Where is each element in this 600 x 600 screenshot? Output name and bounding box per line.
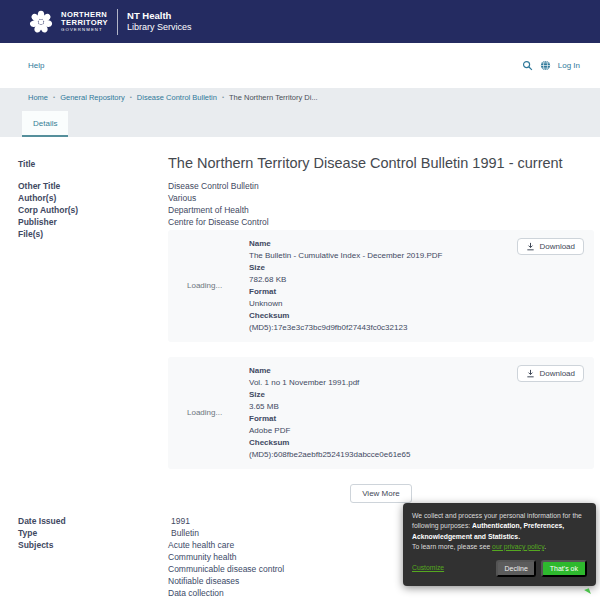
log-in-link[interactable]: Log In [558, 61, 580, 70]
meta-label: Type [18, 527, 168, 539]
field-row-corp-authors: Corp Author(s) Department of Health [18, 204, 594, 216]
breadcrumb-separator: • [222, 94, 224, 100]
download-button-label: Download [539, 242, 575, 251]
file-format: Adobe PDF [249, 425, 517, 437]
cookie-consent-banner: We collect and process your personal inf… [403, 503, 596, 586]
field-value: Disease Control Bulletin [168, 180, 594, 192]
file-name: The Bulletin - Cumulative Index - Decemb… [249, 250, 517, 262]
file-card: Loading... Name Vol. 1 no 1 November 199… [168, 357, 594, 469]
accept-button[interactable]: That's ok [541, 560, 587, 577]
field-label: Other Title [18, 180, 168, 192]
file-size-label: Size [249, 262, 517, 274]
files-label: File(s) [18, 228, 168, 515]
field-label: Corp Author(s) [18, 204, 168, 216]
breadcrumb: Home • General Repository • Disease Cont… [0, 88, 600, 106]
banner-period: . [518, 533, 520, 540]
page-title: The Northern Territory Disease Control B… [168, 155, 594, 172]
site-header: NORTHERN TERRITORY GOVERNMENT NT Health … [0, 0, 600, 43]
breadcrumb-current-page: The Northern Territory Di... [229, 93, 318, 102]
download-icon [526, 369, 535, 378]
field-label: Publisher [18, 216, 168, 228]
view-more-wrap: View More [168, 484, 594, 503]
decline-button[interactable]: Decline [496, 560, 535, 577]
logo-line-territory: TERRITORY [61, 19, 108, 27]
tab-bar: Details [0, 106, 600, 137]
file-name: Vol. 1 no 1 November 1991.pdf [249, 377, 517, 389]
breadcrumb-separator: • [130, 94, 132, 100]
file-format: Unknown [249, 298, 517, 310]
banner-learn-more-text: To learn more, please see [412, 543, 492, 550]
site-name-line2: Library Services [127, 22, 192, 33]
file-size-label: Size [249, 389, 517, 401]
thumbnail-loading-text: Loading... [178, 407, 249, 419]
nt-government-logo-text: NORTHERN TERRITORY GOVERNMENT [61, 11, 108, 32]
file-format-label: Format [249, 413, 517, 425]
file-size: 3.65 MB [249, 401, 517, 413]
field-row-authors: Author(s) Various [18, 192, 594, 204]
breadcrumb-home[interactable]: Home [28, 93, 48, 102]
privacy-policy-link[interactable]: our privacy policy [492, 543, 544, 550]
logo-divider [117, 9, 118, 35]
breadcrumb-disease-control-bulletin[interactable]: Disease Control Bulletin [137, 93, 217, 102]
field-row-publisher: Publisher Centre for Disease Control [18, 216, 594, 228]
file-checksum: (MD5):608fbe2aebfb2524193dabcce0e61e65 [249, 449, 517, 461]
download-button-label: Download [539, 369, 575, 378]
top-navbar: Help Log In [0, 43, 600, 88]
site-name-line1: NT Health [127, 10, 192, 22]
customize-link[interactable]: Customize [412, 563, 444, 573]
file-details: Name The Bulletin - Cumulative Index - D… [249, 238, 517, 334]
view-more-button[interactable]: View More [350, 484, 412, 503]
field-label: Author(s) [18, 192, 168, 204]
file-name-label: Name [249, 365, 517, 377]
thumbnail-loading-text: Loading... [178, 280, 249, 292]
site-name: NT Health Library Services [127, 10, 192, 33]
help-link[interactable]: Help [28, 61, 44, 70]
file-checksum: (MD5):17e3e3c73bc9d9fb0f27443fc0c32123 [249, 322, 517, 334]
file-checksum-label: Checksum [249, 437, 517, 449]
download-button[interactable]: Download [517, 238, 584, 255]
file-details: Name Vol. 1 no 1 November 1991.pdf Size … [249, 365, 517, 461]
file-name-label: Name [249, 238, 517, 250]
meta-label: Date Issued [18, 515, 168, 527]
nt-government-flower-icon [28, 9, 54, 35]
tab-details[interactable]: Details [22, 111, 68, 137]
search-icon[interactable] [522, 60, 533, 71]
files-section: File(s) Loading... Name The Bulletin - C… [18, 228, 594, 515]
field-value: Various [168, 192, 594, 204]
file-size: 782.68 KB [249, 274, 517, 286]
subjects-label: Subjects [18, 539, 168, 599]
breadcrumb-general-repository[interactable]: General Repository [60, 93, 125, 102]
download-icon [526, 242, 535, 251]
title-label: Title [18, 155, 168, 180]
language-globe-icon[interactable] [540, 60, 551, 71]
file-card: Loading... Name The Bulletin - Cumulativ… [168, 230, 594, 342]
subject-link[interactable]: Data collection [168, 587, 594, 599]
field-value: Department of Health [168, 204, 594, 216]
navbar-right: Log In [522, 60, 580, 71]
file-checksum-label: Checksum [249, 310, 517, 322]
title-row: Title The Northern Territory Disease Con… [18, 155, 594, 180]
logo-line-government: GOVERNMENT [61, 28, 108, 32]
download-button[interactable]: Download [517, 365, 584, 382]
banner-learn-more-suffix: . [544, 543, 546, 550]
banner-actions: Customize Decline That's ok [412, 560, 587, 577]
field-value: Centre for Disease Control [168, 216, 594, 228]
breadcrumb-separator: • [53, 94, 55, 100]
file-format-label: Format [249, 286, 517, 298]
field-row-other-title: Other Title Disease Control Bulletin [18, 180, 594, 192]
